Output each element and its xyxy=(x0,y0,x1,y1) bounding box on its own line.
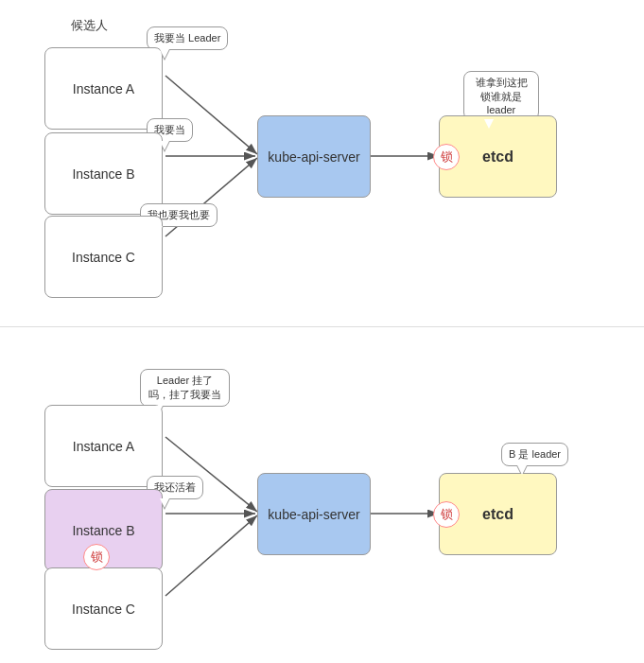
api-server-box-2: kube-api-server xyxy=(257,473,371,555)
section-label-candidates: 候选人 xyxy=(71,17,108,34)
bubble-instance-a-2: Leader 挂了吗，挂了我要当 xyxy=(140,369,230,407)
instance-b-box: Instance B xyxy=(44,132,163,215)
svg-line-8 xyxy=(165,515,257,596)
svg-line-2 xyxy=(165,76,257,154)
instance-c-box: Instance C xyxy=(44,216,163,298)
svg-line-6 xyxy=(165,437,257,512)
lock-icon-1: 锁 xyxy=(433,144,460,170)
instance-a-box: Instance A xyxy=(44,47,163,130)
instance-c-box-2: Instance C xyxy=(44,567,163,650)
api-server-box-1: kube-api-server xyxy=(257,115,371,198)
bubble-etcd-2: B 是 leader xyxy=(501,443,568,466)
bubble-etcd-1: 谁拿到这把锁谁就是 leader xyxy=(463,71,539,120)
lock-icon-instance-b: 锁 xyxy=(83,544,110,570)
divider xyxy=(0,326,644,327)
lock-icon-2: 锁 xyxy=(433,501,460,528)
diagram-container: 候选人 我要当 Leader Instance A 我要当 Instance B… xyxy=(0,0,644,663)
bubble-instance-a: 我要当 Leader xyxy=(147,26,228,50)
instance-a-box-2: Instance A xyxy=(44,405,163,487)
